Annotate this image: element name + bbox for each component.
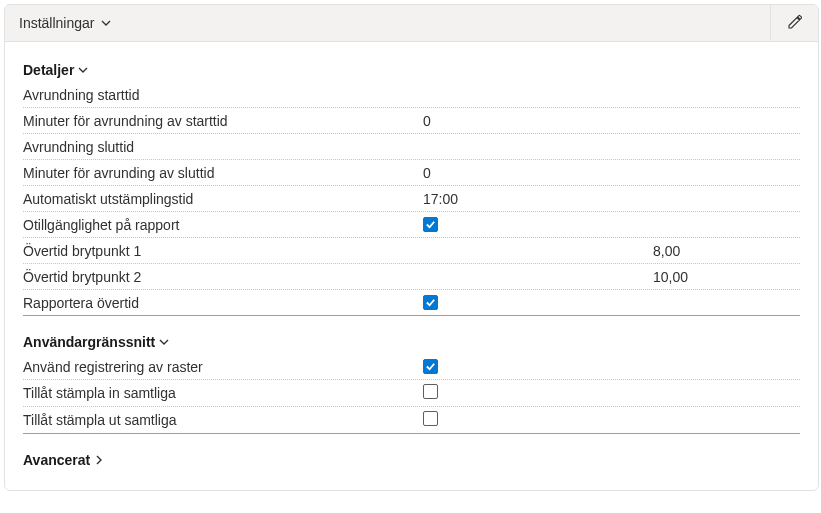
chevron-down-icon	[101, 15, 111, 31]
field-value: 17:00	[423, 191, 653, 207]
section-title: Avancerat	[23, 452, 90, 468]
section-title: Detaljer	[23, 62, 74, 78]
field-label: Övertid brytpunkt 1	[23, 243, 423, 259]
field-value	[423, 295, 653, 311]
field-row-allow-in-all[interactable]: Tillåt stämpla in samtliga	[23, 380, 800, 407]
field-row-allow-out-all[interactable]: Tillåt stämpla ut samtliga	[23, 407, 800, 434]
field-value: 0	[423, 165, 653, 181]
field-value	[423, 217, 653, 233]
edit-button[interactable]	[770, 5, 818, 41]
field-row-unavail-report[interactable]: Otillgänglighet på rapport	[23, 212, 800, 238]
pencil-icon	[787, 14, 803, 33]
field-label: Avrundning sluttid	[23, 139, 423, 155]
card-body: Detaljer Avrundning starttid Minuter för…	[5, 42, 818, 490]
section-header-details[interactable]: Detaljer	[23, 58, 800, 82]
field-row-use-raster[interactable]: Använd registrering av raster	[23, 354, 800, 380]
field-label: Automatiskt utstämplingstid	[23, 191, 423, 207]
checkbox-unchecked[interactable]	[423, 384, 438, 399]
field-value-right: 8,00	[653, 243, 819, 259]
checkbox-checked[interactable]	[423, 295, 438, 310]
field-value-right: 10,00	[653, 269, 819, 285]
section-header-ui[interactable]: Användargränssnitt	[23, 330, 800, 354]
checkbox-checked[interactable]	[423, 359, 438, 374]
field-label: Otillgänglighet på rapport	[23, 217, 423, 233]
checkbox-unchecked[interactable]	[423, 411, 438, 426]
chevron-left-icon	[91, 455, 107, 465]
field-label: Rapportera övertid	[23, 295, 423, 311]
field-row-round-start[interactable]: Avrundning starttid	[23, 82, 800, 108]
field-row-round-end[interactable]: Avrundning sluttid	[23, 134, 800, 160]
chevron-down-icon	[159, 334, 169, 350]
checkbox-checked[interactable]	[423, 217, 438, 232]
field-value	[423, 411, 653, 429]
field-row-ot-bp2[interactable]: Övertid brytpunkt 2 10,00	[23, 264, 800, 290]
field-label: Minuter för avrundning av starttid	[23, 113, 423, 129]
field-label: Avrundning starttid	[23, 87, 423, 103]
card-header: Inställningar	[5, 5, 818, 42]
settings-card: Inställningar Detaljer Avrundning startt…	[4, 4, 819, 491]
field-value	[423, 384, 653, 402]
section-title: Användargränssnitt	[23, 334, 155, 350]
section-header-advanced[interactable]: Avancerat	[23, 448, 800, 472]
field-label: Använd registrering av raster	[23, 359, 423, 375]
field-label: Tillåt stämpla in samtliga	[23, 385, 423, 401]
header-title-text: Inställningar	[19, 15, 95, 31]
field-row-auto-clockout[interactable]: Automatiskt utstämplingstid 17:00	[23, 186, 800, 212]
field-row-ot-bp1[interactable]: Övertid brytpunkt 1 8,00	[23, 238, 800, 264]
field-value	[423, 359, 653, 375]
field-label: Minuter för avrunding av sluttid	[23, 165, 423, 181]
field-row-round-end-min[interactable]: Minuter för avrunding av sluttid 0	[23, 160, 800, 186]
field-value: 0	[423, 113, 653, 129]
header-title-dropdown[interactable]: Inställningar	[5, 5, 770, 41]
chevron-down-icon	[78, 62, 88, 78]
field-row-report-ot[interactable]: Rapportera övertid	[23, 290, 800, 316]
field-label: Övertid brytpunkt 2	[23, 269, 423, 285]
field-row-round-start-min[interactable]: Minuter för avrundning av starttid 0	[23, 108, 800, 134]
field-label: Tillåt stämpla ut samtliga	[23, 412, 423, 428]
